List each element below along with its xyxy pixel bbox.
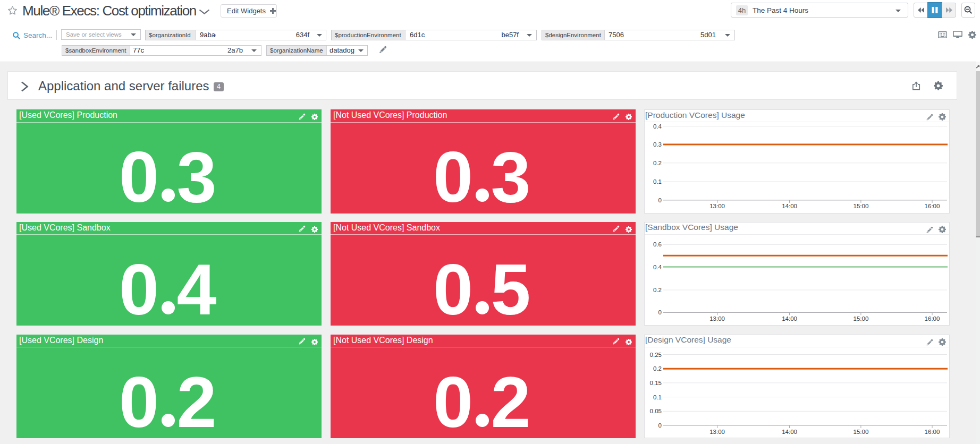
svg-text:0.2: 0.2: [653, 365, 662, 372]
svg-text:0: 0: [658, 309, 662, 315]
svg-text:0.2: 0.2: [653, 160, 662, 166]
svg-text:0.1: 0.1: [653, 178, 662, 185]
svg-text:13:00: 13:00: [709, 428, 725, 434]
svg-text:0.4: 0.4: [653, 123, 662, 130]
svg-text:16:00: 16:00: [925, 428, 940, 434]
svg-text:14:00: 14:00: [782, 315, 797, 321]
svg-text:0: 0: [658, 197, 662, 203]
svg-text:0.6: 0.6: [653, 241, 662, 247]
svg-text:14:00: 14:00: [782, 428, 797, 434]
svg-text:16:00: 16:00: [925, 315, 940, 321]
svg-text:13:00: 13:00: [709, 315, 725, 321]
svg-text:15:00: 15:00: [854, 428, 869, 434]
svg-text:0: 0: [658, 422, 662, 429]
svg-text:14:00: 14:00: [782, 203, 797, 209]
svg-text:0.25: 0.25: [650, 351, 662, 357]
svg-text:15:00: 15:00: [854, 203, 869, 209]
svg-text:0.05: 0.05: [650, 408, 662, 414]
svg-text:13:00: 13:00: [709, 203, 725, 209]
svg-text:0.3: 0.3: [653, 141, 662, 148]
svg-text:0.15: 0.15: [650, 379, 662, 386]
svg-text:0.4: 0.4: [653, 263, 662, 270]
svg-text:0.2: 0.2: [653, 287, 662, 293]
svg-text:15:00: 15:00: [854, 315, 869, 321]
svg-text:16:00: 16:00: [925, 203, 940, 209]
svg-text:0.1: 0.1: [653, 394, 662, 400]
